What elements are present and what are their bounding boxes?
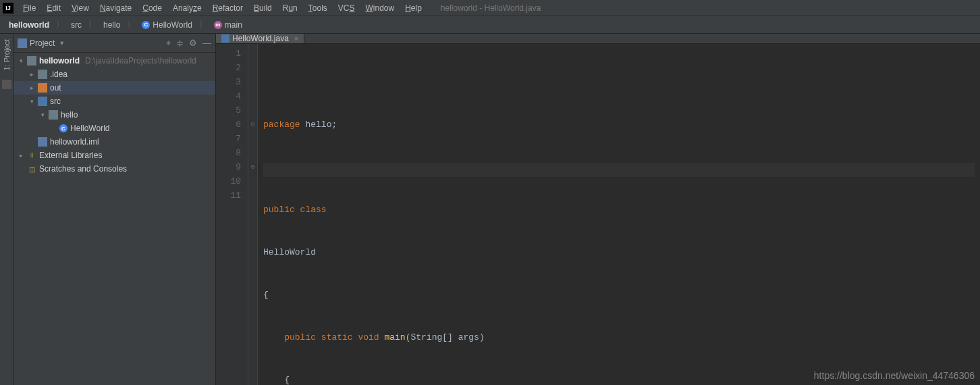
editor-tab-label: HelloWorld.java [232,34,289,43]
tree-root[interactable]: ▾ helloworld D:\java\IdeaProjects\hellow… [13,54,215,68]
project-panel-title[interactable]: Project [30,38,55,48]
toolwindow-structure-icon[interactable] [2,80,11,89]
crumb-class[interactable]: CHelloWorld [140,20,194,30]
expand-icon[interactable]: ▾ [28,98,35,105]
tree-class[interactable]: C HelloWorld [13,122,215,135]
tree-pkg-label: hello [61,110,78,120]
settings-icon[interactable]: ⚙ [189,38,197,49]
fold-icon[interactable]: ⊖ [248,118,257,132]
tree-external-libraries[interactable]: ▸ ⫴ External Libraries [13,149,215,162]
window-title: helloworld - HelloWorld.java [441,3,541,13]
tree-root-path: D:\java\IdeaProjects\helloworld [85,56,196,66]
toolwindow-project-tab[interactable]: 1: Project [3,36,11,73]
close-tab-icon[interactable]: × [294,34,298,43]
class-icon: C [142,21,150,29]
app-icon: IJ [3,3,13,14]
crumb-method[interactable]: mmain [212,20,244,30]
expand-icon[interactable]: ▾ [18,57,24,64]
line-number: 2 [216,61,241,75]
code-method: main [384,332,405,342]
tree-root-label: helloworld [39,56,80,66]
package-icon [49,110,58,120]
project-folder-icon [27,56,36,66]
line-number: 5 [216,103,241,118]
tree-class-label: HelloWorld [70,124,109,133]
line-number: 10 [216,174,241,188]
crumb-pkg-label: hello [103,20,120,30]
tree-idea-label: .idea [50,70,67,79]
tree-idea[interactable]: ▸ .idea [13,68,215,81]
editor-tab[interactable]: HelloWorld.java × [216,34,304,43]
tree-src-label: src [50,97,61,106]
menu-code[interactable]: Code [137,1,167,15]
menu-file[interactable]: File [18,1,41,15]
menu-build[interactable]: Build [248,1,277,15]
crumb-package[interactable]: hello [101,20,122,30]
expand-icon[interactable]: ▸ [28,71,35,78]
expand-icon[interactable]: ▸ [18,152,24,159]
code-keyword: public class [263,205,327,215]
crumb-project-label: helloworld [9,20,49,30]
hide-panel-icon[interactable]: — [202,38,211,49]
project-view-icon [18,38,27,48]
tree-scratches[interactable]: ◫ Scratches and Consoles [13,162,215,176]
tree-out[interactable]: ▸ out [13,81,215,95]
crumb-sep-icon: 〉 [126,19,136,31]
project-panel: Project ▼ ⌖ ≑ ⚙ — ▾ helloworld D:\java\I… [13,34,216,385]
project-tree[interactable]: ▾ helloworld D:\java\IdeaProjects\hellow… [13,53,215,385]
collapse-all-icon[interactable]: ≑ [176,38,184,49]
tree-iml[interactable]: helloworld.iml [13,135,215,149]
code-punct: ; [331,120,337,130]
menu-view[interactable]: View [66,1,94,15]
left-toolstrip: 1: Project [0,34,13,385]
code-signature: (String[] args) [406,332,485,342]
line-number: 7 [216,132,241,146]
menu-vcs[interactable]: VCS [333,1,360,15]
project-panel-header: Project ▼ ⌖ ≑ ⚙ — [13,34,215,53]
java-file-icon [221,34,229,43]
crumb-sep-icon: 〉 [198,19,208,31]
menu-refactor[interactable]: Refactor [207,1,248,15]
breadcrumb: helloworld 〉 src 〉 hello 〉 CHelloWorld 〉… [0,16,980,34]
line-number: 3 [216,75,241,89]
code-brace: { [263,375,290,385]
code-text[interactable]: package hello; public class HelloWorld {… [258,44,980,385]
crumb-project[interactable]: helloworld [7,20,51,30]
line-number: 8 [216,146,241,160]
menu-edit[interactable]: Edit [41,1,66,15]
menu-window[interactable]: Window [360,1,400,15]
expand-icon[interactable]: ▸ [28,84,35,91]
java-class-icon: C [59,124,67,132]
tree-scratch-label: Scratches and Consoles [39,164,127,174]
code-area[interactable]: 1 2 3 4 5 6 7 8 9 10 11 ⊖ ⊖ [216,44,980,385]
line-number: 9 [216,160,241,174]
menu-bar: IJ File Edit View Navigate Code Analyze … [0,0,980,16]
menu-help[interactable]: Help [400,1,427,15]
menu-tools[interactable]: Tools [303,1,333,15]
menu-analyze[interactable]: Analyze [167,1,207,15]
line-number: 1 [216,47,241,61]
iml-file-icon [38,137,47,147]
tree-src[interactable]: ▾ src [13,95,215,108]
tree-ext-label: External Libraries [39,151,102,160]
menu-navigate[interactable]: Navigate [94,1,137,15]
code-keyword: public static void [284,332,379,342]
line-number: 6 [216,118,241,132]
expand-icon[interactable]: ▾ [39,111,46,118]
fold-end-icon[interactable]: ⊖ [248,160,257,174]
crumb-sep-icon: 〉 [55,19,65,31]
scratches-icon: ◫ [27,164,36,174]
crumb-sep-icon: 〉 [88,19,97,31]
line-number: 4 [216,89,241,103]
locate-icon[interactable]: ⌖ [166,38,171,49]
method-icon: m [214,21,222,29]
code-class: HelloWorld [263,247,316,257]
menu-run[interactable]: Run [277,1,303,15]
crumb-src[interactable]: src [69,20,84,30]
dropdown-icon[interactable]: ▼ [59,40,65,47]
line-number-gutter: 1 2 3 4 5 6 7 8 9 10 11 [216,44,248,385]
libraries-icon: ⫴ [27,151,36,160]
tree-package[interactable]: ▾ hello [13,108,215,122]
tree-iml-label: helloworld.iml [50,137,99,147]
out-folder-icon [38,83,47,93]
